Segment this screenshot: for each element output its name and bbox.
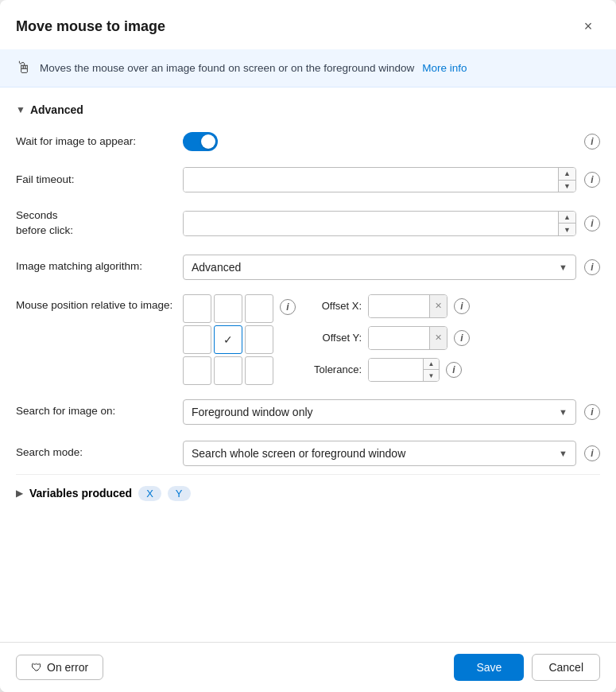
seconds-before-click-controls: 0 ▲ ▼ [183,211,576,236]
variables-chevron[interactable]: ▶ [16,488,23,499]
advanced-chevron: ▼ [16,104,25,115]
grid-cell-tc[interactable] [214,294,242,323]
tolerance-row: Tolerance: 10 ▲ ▼ i [310,358,470,382]
footer: 🛡 On error Save Cancel [0,642,616,692]
search-for-image-label: Search for image on: [16,404,175,419]
offset-y-input[interactable]: 0 [369,327,429,349]
seconds-before-click-arrows: ▲ ▼ [558,212,575,235]
fail-timeout-info[interactable]: i [584,172,600,188]
search-mode-label: Search mode: [16,445,175,461]
search-mode-select[interactable]: Search whole screen or foreground window… [183,441,576,466]
offset-x-label: Offset X: [310,300,362,312]
tolerance-input[interactable]: 10 [369,359,423,381]
mouse-position-info[interactable]: i [280,299,296,315]
seconds-before-click-input[interactable]: 0 [184,212,558,235]
image-matching-info[interactable]: i [584,259,600,275]
fail-timeout-up[interactable]: ▲ [559,168,575,181]
grid-cell-tl[interactable] [183,294,211,323]
fail-timeout-controls: 30 ▲ ▼ [183,167,576,192]
grid-cell-ml[interactable] [183,325,211,354]
search-mode-value: Search whole screen or foreground window [192,447,405,460]
image-matching-chevron: ▼ [559,262,568,272]
footer-right: Save Cancel [454,654,600,681]
variables-section: ▶ Variables produced X Y [16,474,600,509]
image-matching-row: Image matching algorithm: Advanced ▼ i [16,247,600,288]
wait-for-image-controls [183,132,576,151]
wait-for-image-label: Wait for image to appear: [16,134,175,150]
offset-x-clear[interactable]: ✕ [429,295,447,317]
fail-timeout-down[interactable]: ▼ [559,181,575,192]
grid-cell-mr[interactable] [245,325,273,354]
image-matching-controls: Advanced ▼ [183,255,576,280]
image-matching-select[interactable]: Advanced ▼ [183,255,576,280]
dialog: Move mouse to image × 🖱 Moves the mouse … [0,0,616,692]
toggle-knob [201,134,215,149]
grid-cell-bl[interactable] [183,356,211,385]
tolerance-up[interactable]: ▲ [424,359,439,371]
info-banner-text: Moves the mouse over an image found on s… [40,62,414,74]
advanced-section-label: Advanced [30,103,83,116]
grid-cell-mc[interactable]: ✓ [214,325,242,354]
shield-icon: 🛡 [31,661,42,674]
mouse-position-row: Mouse position relative to image: ✓ i [16,288,600,391]
mouse-position-label: Mouse position relative to image: [16,294,175,311]
wait-for-image-toggle[interactable] [183,132,218,151]
variable-badge-y: Y [168,486,191,501]
seconds-before-click-info[interactable]: i [584,216,600,231]
search-mode-chevron: ▼ [559,449,568,458]
dialog-title: Move mouse to image [16,18,165,35]
seconds-before-click-up[interactable]: ▲ [559,212,575,224]
tolerance-info[interactable]: i [446,362,462,378]
position-grid: ✓ [183,294,273,385]
wait-for-image-info[interactable]: i [584,134,600,150]
search-for-image-info[interactable]: i [584,404,600,420]
info-banner: 🖱 Moves the mouse over an image found on… [0,49,616,87]
tolerance-down[interactable]: ▼ [424,370,439,381]
search-mode-controls: Search whole screen or foreground window… [183,441,576,466]
variable-badge-x: X [138,486,161,501]
seconds-before-click-spinbox: 0 ▲ ▼ [183,211,576,236]
offset-fields: Offset X: 0 ✕ i Offset Y: 0 ✕ i [310,294,470,382]
image-matching-value: Advanced [192,261,241,274]
fail-timeout-input[interactable]: 30 [184,168,558,192]
offset-x-info[interactable]: i [454,298,470,314]
grid-cell-bc[interactable] [214,356,242,385]
offset-x-input[interactable]: 0 [369,295,429,317]
mouse-icon: 🖱 [16,59,32,77]
wait-for-image-row: Wait for image to appear: i [16,124,600,159]
search-for-image-chevron: ▼ [559,407,568,417]
image-matching-label: Image matching algorithm: [16,259,175,274]
offset-x-row: Offset X: 0 ✕ i [310,294,470,318]
cancel-button[interactable]: Cancel [532,654,600,681]
seconds-before-click-label: Secondsbefore click: [16,208,175,239]
grid-cell-tr[interactable] [245,294,273,323]
search-for-image-value: Foreground window only [192,406,313,418]
content-area: ▼ Advanced Wait for image to appear: i F… [0,87,616,642]
fail-timeout-arrows: ▲ ▼ [558,168,575,192]
offset-x-input-wrap: 0 ✕ [368,294,447,318]
variables-label: Variables produced [29,487,132,500]
search-mode-info[interactable]: i [584,445,600,461]
fail-timeout-row: Fail timeout: 30 ▲ ▼ i [16,159,600,200]
advanced-section-header[interactable]: ▼ Advanced [16,95,600,124]
offset-y-row: Offset Y: 0 ✕ i [310,326,470,350]
search-mode-row: Search mode: Search whole screen or fore… [16,433,600,474]
save-button[interactable]: Save [454,654,524,681]
close-button[interactable]: × [576,14,600,38]
offset-y-clear[interactable]: ✕ [429,327,447,349]
search-for-image-controls: Foreground window only ▼ [183,399,576,425]
on-error-button[interactable]: 🛡 On error [16,655,103,680]
tolerance-arrows: ▲ ▼ [423,359,439,381]
grid-cell-br[interactable] [245,356,273,385]
offset-y-label: Offset Y: [310,332,362,344]
mouse-position-controls: ✓ i Offset X: 0 ✕ i [183,294,600,385]
seconds-before-click-down[interactable]: ▼ [559,224,575,235]
seconds-before-click-row: Secondsbefore click: 0 ▲ ▼ i [16,200,600,247]
search-for-image-select[interactable]: Foreground window only ▼ [183,399,576,425]
more-info-link[interactable]: More info [422,62,467,74]
fail-timeout-spinbox: 30 ▲ ▼ [183,167,576,192]
on-error-label: On error [47,661,88,674]
search-for-image-row: Search for image on: Foreground window o… [16,391,600,433]
tolerance-spinbox: 10 ▲ ▼ [368,358,440,382]
offset-y-info[interactable]: i [454,330,470,346]
